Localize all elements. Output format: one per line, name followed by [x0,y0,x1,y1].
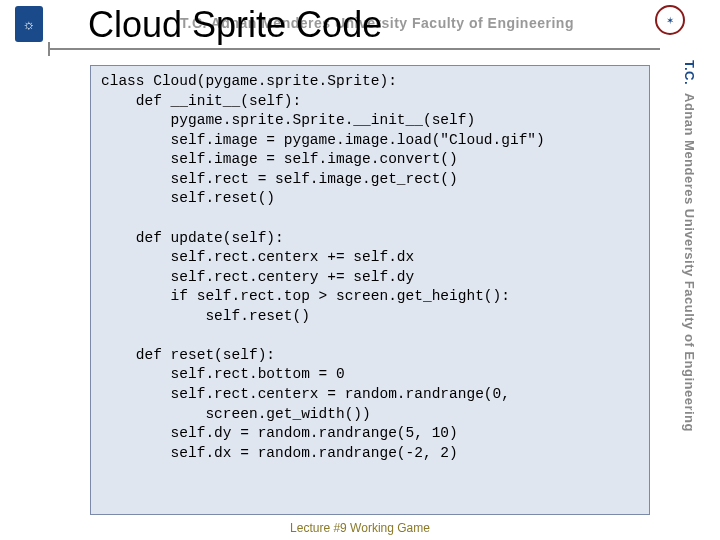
title-underline [48,48,660,50]
sidebar-institution: T.C. Adnan Menderes University Faculty o… [664,60,714,530]
code-listing: class Cloud(pygame.sprite.Sprite): def _… [90,65,650,515]
footer-lecture-label: Lecture #9 Working Game [0,521,720,535]
sidebar-tc: T.C. [682,60,697,85]
sidebar-rest: Adnan Menderes University Faculty of Eng… [682,93,697,432]
title-tick [48,42,50,56]
slide-title: Cloud Sprite Code [88,4,382,46]
